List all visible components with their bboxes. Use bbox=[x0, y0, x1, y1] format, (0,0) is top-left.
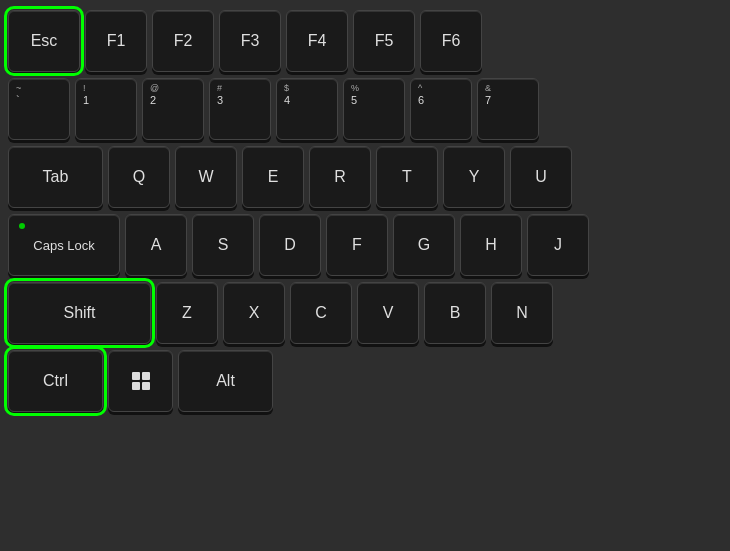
key-w[interactable]: W bbox=[175, 146, 237, 208]
key-s[interactable]: S bbox=[192, 214, 254, 276]
key-h-label: H bbox=[485, 236, 497, 254]
key-alt-label: Alt bbox=[216, 372, 235, 390]
ctrl-row: Ctrl Alt bbox=[8, 350, 722, 412]
function-row: Esc F1 F2 F3 F4 F5 F6 bbox=[8, 10, 722, 72]
key-6[interactable]: ^ 6 bbox=[410, 78, 472, 140]
key-tilde-top: ~ bbox=[16, 84, 21, 94]
key-d[interactable]: D bbox=[259, 214, 321, 276]
key-s-label: S bbox=[218, 236, 229, 254]
key-2-bottom: 2 bbox=[150, 94, 156, 106]
key-3[interactable]: # 3 bbox=[209, 78, 271, 140]
key-f5-label: F5 bbox=[375, 32, 394, 50]
key-f2-label: F2 bbox=[174, 32, 193, 50]
key-7-bottom: 7 bbox=[485, 94, 491, 106]
key-3-bottom: 3 bbox=[217, 94, 223, 106]
key-a-label: A bbox=[151, 236, 162, 254]
key-t[interactable]: T bbox=[376, 146, 438, 208]
key-tab-label: Tab bbox=[43, 168, 69, 186]
key-6-bottom: 6 bbox=[418, 94, 424, 106]
key-a[interactable]: A bbox=[125, 214, 187, 276]
key-1-bottom: 1 bbox=[83, 94, 89, 106]
key-f6[interactable]: F6 bbox=[420, 10, 482, 72]
key-j-label: J bbox=[554, 236, 562, 254]
key-7-top: & bbox=[485, 84, 491, 94]
key-f-label: F bbox=[352, 236, 362, 254]
key-j[interactable]: J bbox=[527, 214, 589, 276]
key-tilde[interactable]: ~ ` bbox=[8, 78, 70, 140]
key-f[interactable]: F bbox=[326, 214, 388, 276]
key-caps-lock[interactable]: Caps Lock bbox=[8, 214, 120, 276]
key-e[interactable]: E bbox=[242, 146, 304, 208]
key-1-top: ! bbox=[83, 84, 86, 94]
key-x[interactable]: X bbox=[223, 282, 285, 344]
key-r[interactable]: R bbox=[309, 146, 371, 208]
qwerty-row: Tab Q W E R T Y U bbox=[8, 146, 722, 208]
key-3-top: # bbox=[217, 84, 222, 94]
key-f3-label: F3 bbox=[241, 32, 260, 50]
asdf-row: Caps Lock A S D F G H J bbox=[8, 214, 722, 276]
key-tab[interactable]: Tab bbox=[8, 146, 103, 208]
windows-icon bbox=[132, 372, 150, 390]
key-e-label: E bbox=[268, 168, 279, 186]
key-f3[interactable]: F3 bbox=[219, 10, 281, 72]
key-6-top: ^ bbox=[418, 84, 422, 94]
key-b-label: B bbox=[450, 304, 461, 322]
key-n-label: N bbox=[516, 304, 528, 322]
key-4-top: $ bbox=[284, 84, 289, 94]
key-f1-label: F1 bbox=[107, 32, 126, 50]
key-shift[interactable]: Shift bbox=[8, 282, 151, 344]
key-u-label: U bbox=[535, 168, 547, 186]
key-1[interactable]: ! 1 bbox=[75, 78, 137, 140]
key-f4-label: F4 bbox=[308, 32, 327, 50]
number-row: ~ ` ! 1 @ 2 # 3 $ 4 bbox=[8, 78, 722, 140]
key-ctrl-label: Ctrl bbox=[43, 372, 68, 390]
key-f6-label: F6 bbox=[442, 32, 461, 50]
key-t-label: T bbox=[402, 168, 412, 186]
key-tilde-bottom: ` bbox=[16, 94, 20, 106]
key-5[interactable]: % 5 bbox=[343, 78, 405, 140]
key-n[interactable]: N bbox=[491, 282, 553, 344]
key-alt[interactable]: Alt bbox=[178, 350, 273, 412]
key-c[interactable]: C bbox=[290, 282, 352, 344]
key-esc-label: Esc bbox=[31, 32, 58, 50]
key-4[interactable]: $ 4 bbox=[276, 78, 338, 140]
key-4-bottom: 4 bbox=[284, 94, 290, 106]
key-7[interactable]: & 7 bbox=[477, 78, 539, 140]
key-g-label: G bbox=[418, 236, 430, 254]
key-z-label: Z bbox=[182, 304, 192, 322]
keyboard: Esc F1 F2 F3 F4 F5 F6 ~ ` ! bbox=[0, 0, 730, 551]
key-shift-label: Shift bbox=[63, 304, 95, 322]
key-w-label: W bbox=[198, 168, 213, 186]
key-r-label: R bbox=[334, 168, 346, 186]
key-f1[interactable]: F1 bbox=[85, 10, 147, 72]
key-v-label: V bbox=[383, 304, 394, 322]
key-f4[interactable]: F4 bbox=[286, 10, 348, 72]
key-y-label: Y bbox=[469, 168, 480, 186]
key-f2[interactable]: F2 bbox=[152, 10, 214, 72]
key-5-bottom: 5 bbox=[351, 94, 357, 106]
key-5-top: % bbox=[351, 84, 359, 94]
key-2[interactable]: @ 2 bbox=[142, 78, 204, 140]
key-2-top: @ bbox=[150, 84, 159, 94]
key-q-label: Q bbox=[133, 168, 145, 186]
key-ctrl[interactable]: Ctrl bbox=[8, 350, 103, 412]
key-f5[interactable]: F5 bbox=[353, 10, 415, 72]
key-g[interactable]: G bbox=[393, 214, 455, 276]
key-x-label: X bbox=[249, 304, 260, 322]
key-win[interactable] bbox=[108, 350, 173, 412]
key-caps-lock-label: Caps Lock bbox=[33, 238, 94, 253]
key-c-label: C bbox=[315, 304, 327, 322]
key-b[interactable]: B bbox=[424, 282, 486, 344]
key-d-label: D bbox=[284, 236, 296, 254]
key-y[interactable]: Y bbox=[443, 146, 505, 208]
key-h[interactable]: H bbox=[460, 214, 522, 276]
key-q[interactable]: Q bbox=[108, 146, 170, 208]
key-v[interactable]: V bbox=[357, 282, 419, 344]
key-z[interactable]: Z bbox=[156, 282, 218, 344]
key-esc[interactable]: Esc bbox=[8, 10, 80, 72]
zxcv-row: Shift Z X C V B N bbox=[8, 282, 722, 344]
key-u[interactable]: U bbox=[510, 146, 572, 208]
caps-lock-indicator bbox=[19, 223, 25, 229]
